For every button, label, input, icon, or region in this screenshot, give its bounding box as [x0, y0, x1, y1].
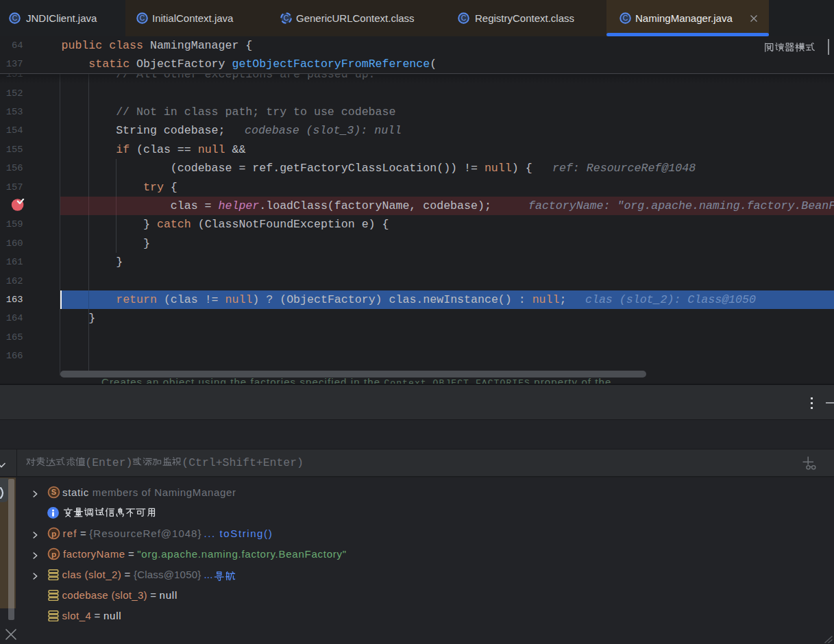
svg-text:C: C	[12, 14, 18, 22]
svg-text:C: C	[461, 14, 467, 22]
svg-text:C: C	[284, 14, 289, 22]
svg-text:p: p	[51, 549, 56, 559]
svg-text:C: C	[140, 14, 145, 22]
svg-text:S: S	[51, 488, 56, 496]
svg-text:p: p	[51, 529, 56, 538]
svg-text:C: C	[623, 14, 628, 22]
